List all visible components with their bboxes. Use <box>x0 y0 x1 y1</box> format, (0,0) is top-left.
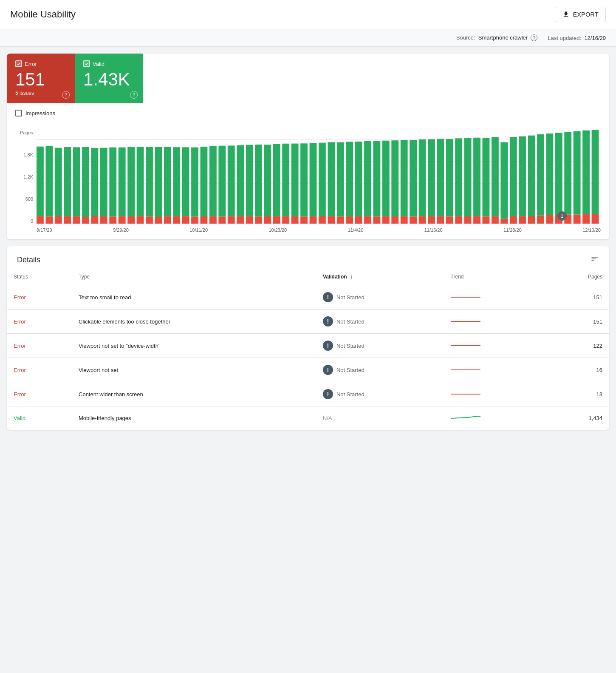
type-cell[interactable]: Viewport not set to "device-width" <box>72 334 316 358</box>
status-cell: Error <box>7 285 72 310</box>
svg-rect-66 <box>310 216 317 224</box>
svg-rect-74 <box>346 216 353 224</box>
table-row[interactable]: Error Content wider than screen ! Not St… <box>7 382 609 406</box>
col-status: Status <box>7 269 72 285</box>
chart-area: // Generate bar data programmatically vi… <box>37 122 601 225</box>
svg-rect-8 <box>45 216 53 224</box>
trend-line-error <box>451 345 480 346</box>
svg-rect-26 <box>127 216 135 224</box>
svg-rect-114 <box>528 216 535 224</box>
col-validation[interactable]: Validation ↓ <box>316 269 444 285</box>
svg-rect-29 <box>146 147 153 216</box>
export-button[interactable]: EXPORT <box>555 7 606 22</box>
trend-cell <box>444 334 544 358</box>
svg-rect-47 <box>228 145 235 216</box>
source-bar: Source: Smartphone crawler ? Last update… <box>0 29 616 47</box>
valid-checkbox[interactable] <box>83 60 90 67</box>
validation-cell: ! Not Started <box>323 292 437 302</box>
svg-rect-22 <box>109 216 116 224</box>
status-cell: Error <box>7 310 72 334</box>
svg-rect-69 <box>328 142 335 216</box>
valid-tile[interactable]: Valid 1.43K ? <box>75 54 143 103</box>
svg-rect-105 <box>492 137 499 216</box>
not-started-icon: ! <box>323 292 333 302</box>
filter-icon[interactable] <box>591 255 599 265</box>
svg-rect-37 <box>182 147 189 216</box>
validation-td[interactable]: N/A <box>316 406 444 430</box>
valid-help-icon[interactable]: ? <box>130 91 138 99</box>
svg-rect-6 <box>37 216 44 224</box>
svg-rect-119 <box>555 133 562 215</box>
type-cell[interactable]: Clickable elements too close together <box>72 310 316 334</box>
validation-td[interactable]: ! Not Started <box>316 382 444 406</box>
error-help-icon[interactable]: ? <box>62 91 70 99</box>
validation-td[interactable]: ! Not Started <box>316 285 444 310</box>
svg-rect-24 <box>119 216 126 224</box>
validation-td[interactable]: ! Not Started <box>316 310 444 334</box>
svg-rect-17 <box>91 148 99 216</box>
svg-rect-54 <box>255 216 262 224</box>
type-cell[interactable]: Content wider than screen <box>72 382 316 406</box>
svg-rect-41 <box>201 147 208 216</box>
col-type: Type <box>72 269 316 285</box>
table-row[interactable]: Valid Mobile-friendly pages N/A 1,434 <box>7 406 609 430</box>
svg-rect-125 <box>582 131 590 214</box>
y-tick-0: 0 <box>15 219 37 224</box>
type-cell[interactable]: Text too small to read <box>72 285 316 310</box>
table-row[interactable]: Error Viewport not set ! Not Started 16 <box>7 358 609 382</box>
svg-rect-13 <box>73 147 80 216</box>
svg-rect-25 <box>127 147 135 216</box>
svg-rect-32 <box>155 217 162 224</box>
svg-rect-109 <box>510 137 517 216</box>
svg-rect-62 <box>291 216 299 224</box>
svg-rect-20 <box>100 216 107 224</box>
svg-rect-121 <box>564 132 571 215</box>
table-row[interactable]: Error Text too small to read ! Not Start… <box>7 285 609 310</box>
svg-rect-61 <box>291 144 299 216</box>
validation-td[interactable]: ! Not Started <box>316 358 444 382</box>
svg-rect-116 <box>537 216 544 224</box>
svg-rect-90 <box>419 216 426 224</box>
svg-rect-18 <box>91 216 99 224</box>
trend-cell <box>444 285 544 310</box>
svg-rect-39 <box>191 148 198 217</box>
table-row[interactable]: Error Viewport not set to "device-width"… <box>7 334 609 358</box>
error-tile[interactable]: Error 151 5 issues ? <box>7 54 75 103</box>
validation-status: Not Started <box>336 343 365 349</box>
page-title: Mobile Usability <box>10 9 76 20</box>
validation-cell: ! Not Started <box>323 365 437 375</box>
svg-rect-35 <box>173 147 180 216</box>
svg-rect-45 <box>218 146 226 217</box>
trend-line-error <box>451 321 480 322</box>
svg-rect-124 <box>574 215 581 224</box>
error-checkbox[interactable] <box>15 60 22 67</box>
impressions-checkbox[interactable] <box>15 110 22 116</box>
x-tick-7: 11/28/20 <box>503 227 522 233</box>
col-trend: Trend <box>444 269 544 285</box>
svg-rect-63 <box>300 143 308 216</box>
x-tick-3: 10/11/20 <box>189 227 208 233</box>
source-help-icon[interactable]: ? <box>531 34 537 41</box>
svg-rect-81 <box>382 141 390 216</box>
status-cell: Valid <box>7 406 72 430</box>
y-tick-1200: 1.2K <box>15 174 37 179</box>
type-cell[interactable]: Mobile-friendly pages <box>72 406 316 430</box>
x-axis: 9/17/20 9/29/20 10/11/20 10/23/20 11/4/2… <box>15 225 601 233</box>
table-row[interactable]: Error Clickable elements too close toget… <box>7 310 609 334</box>
chart-annotation[interactable]: 1 <box>557 211 567 221</box>
error-sub: 5 issues <box>15 90 66 96</box>
svg-rect-50 <box>237 216 244 224</box>
svg-rect-97 <box>455 138 462 216</box>
details-title: Details <box>17 256 40 264</box>
svg-rect-58 <box>273 216 280 224</box>
type-cell[interactable]: Viewport not set <box>72 358 316 382</box>
validation-cell: ! Not Started <box>323 341 437 351</box>
pages-cell: 13 <box>544 382 609 406</box>
svg-rect-91 <box>428 139 435 216</box>
svg-rect-71 <box>337 142 344 217</box>
not-started-icon: ! <box>323 365 333 375</box>
svg-rect-99 <box>464 138 472 216</box>
svg-rect-78 <box>364 216 371 224</box>
impressions-toggle[interactable]: Impressions <box>15 110 601 116</box>
validation-td[interactable]: ! Not Started <box>316 334 444 358</box>
